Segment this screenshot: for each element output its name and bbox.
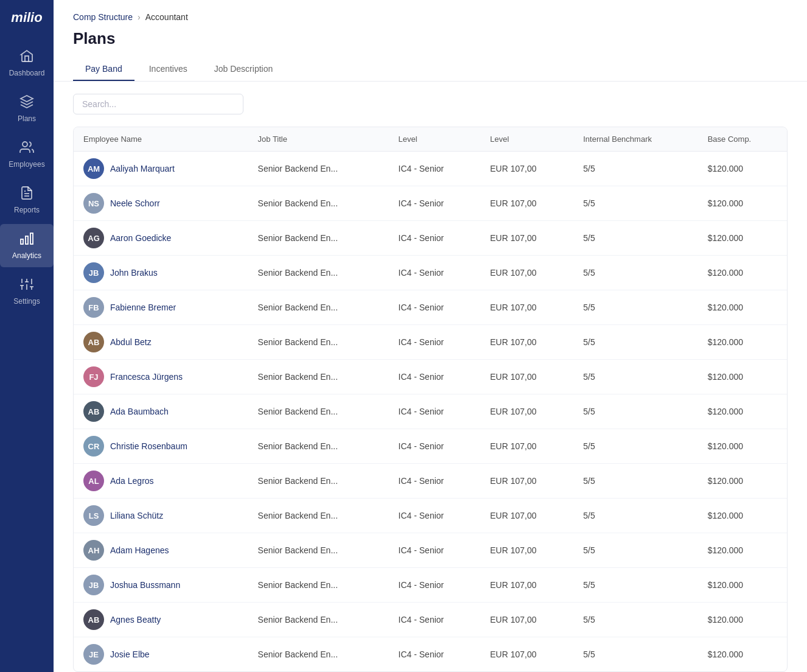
employee-name-cell: AG Aaron Goedicke: [74, 221, 248, 256]
employee-name-link[interactable]: Josie Elbe: [110, 649, 150, 659]
level2-cell: EUR 107,00: [480, 186, 573, 221]
base-comp-cell: $120.000: [698, 186, 787, 221]
employee-name-cell: FJ Francesca Jürgens: [74, 360, 248, 394]
employee-name-cell: CR Christie Rosenbaum: [74, 429, 248, 464]
benchmark-cell: 5/5: [573, 499, 697, 533]
employee-name-link[interactable]: Adam Hagenes: [110, 545, 169, 555]
base-comp-cell: $120.000: [698, 499, 787, 533]
employee-name-link[interactable]: Aaliyah Marquart: [110, 164, 175, 173]
employee-name-link[interactable]: Ada Legros: [110, 476, 154, 486]
table-row: AH Adam Hagenes Senior Backend En... IC4…: [74, 533, 787, 568]
svg-point-1: [23, 142, 27, 147]
level-cell: IC4 - Senior: [389, 603, 481, 637]
sidebar-item-employees[interactable]: Employees: [0, 133, 54, 176]
base-comp-cell: $120.000: [698, 464, 787, 499]
avatar: JB: [83, 575, 104, 595]
employee-name-link[interactable]: Christie Rosenbaum: [110, 441, 187, 451]
avatar: AG: [83, 228, 104, 248]
level2-cell: EUR 107,00: [480, 290, 573, 325]
benchmark-cell: 5/5: [573, 152, 697, 186]
employee-name-cell: AB Agnes Beatty: [74, 603, 248, 637]
employee-name-cell: FB Fabienne Bremer: [74, 290, 248, 325]
table-row: AL Ada Legros Senior Backend En... IC4 -…: [74, 464, 787, 499]
benchmark-cell: 5/5: [573, 325, 697, 360]
employee-name-cell: JB Joshua Bussmann: [74, 568, 248, 603]
table-row: JB Joshua Bussmann Senior Backend En... …: [74, 568, 787, 603]
app-logo: milio: [11, 10, 42, 26]
sidebar-label-analytics: Analytics: [12, 251, 41, 260]
employee-name-cell: AH Adam Hagenes: [74, 533, 248, 568]
content-area: Employee Name Job Title Level Level Inte…: [54, 82, 807, 672]
level-cell: IC4 - Senior: [389, 290, 481, 325]
svg-marker-0: [21, 96, 33, 102]
sidebar-item-settings[interactable]: Settings: [0, 270, 54, 313]
job-title-cell: Senior Backend En...: [248, 637, 389, 672]
avatar: NS: [83, 193, 104, 214]
table-row: CR Christie Rosenbaum Senior Backend En.…: [74, 429, 787, 464]
employee-name-link[interactable]: Neele Schorr: [110, 198, 160, 208]
base-comp-cell: $120.000: [698, 325, 787, 360]
employee-name-link[interactable]: Joshua Bussmann: [110, 580, 180, 590]
base-comp-cell: $120.000: [698, 429, 787, 464]
base-comp-cell: $120.000: [698, 290, 787, 325]
employee-table-container: Employee Name Job Title Level Level Inte…: [73, 127, 788, 672]
avatar: CR: [83, 436, 104, 457]
benchmark-cell: 5/5: [573, 429, 697, 464]
job-title-cell: Senior Backend En...: [248, 360, 389, 394]
svg-rect-6: [21, 239, 23, 244]
sidebar-item-plans[interactable]: Plans: [0, 87, 54, 130]
avatar: AB: [83, 401, 104, 422]
breadcrumb-parent[interactable]: Comp Structure: [73, 12, 133, 22]
layers-icon: [19, 94, 34, 112]
level-cell: IC4 - Senior: [389, 429, 481, 464]
level2-cell: EUR 107,00: [480, 429, 573, 464]
level2-cell: EUR 107,00: [480, 256, 573, 290]
employee-name-link[interactable]: Fabienne Bremer: [110, 303, 176, 312]
base-comp-cell: $120.000: [698, 603, 787, 637]
avatar: AB: [83, 609, 104, 630]
sidebar-item-reports[interactable]: Reports: [0, 178, 54, 222]
level2-cell: EUR 107,00: [480, 464, 573, 499]
bar-chart-icon: [19, 231, 34, 249]
sidebar-label-dashboard: Dashboard: [9, 69, 45, 77]
table-header: Employee Name Job Title Level Level Inte…: [74, 127, 787, 152]
table-row: AB Abdul Betz Senior Backend En... IC4 -…: [74, 325, 787, 360]
employee-name-link[interactable]: Ada Baumbach: [110, 407, 169, 416]
employee-name-link[interactable]: Aaron Goedicke: [110, 233, 171, 243]
job-title-cell: Senior Backend En...: [248, 152, 389, 186]
employee-name-cell: LS Liliana Schütz: [74, 499, 248, 533]
level2-cell: EUR 107,00: [480, 360, 573, 394]
sidebar-label-settings: Settings: [13, 297, 40, 306]
file-icon: [19, 186, 34, 203]
level2-cell: EUR 107,00: [480, 533, 573, 568]
employee-name-link[interactable]: Francesca Jürgens: [110, 372, 183, 382]
tabs-container: Pay Band Incentives Job Description: [73, 58, 788, 81]
tab-pay-band[interactable]: Pay Band: [73, 58, 134, 81]
employee-name-link[interactable]: Liliana Schütz: [110, 511, 163, 520]
employee-name-link[interactable]: Abdul Betz: [110, 337, 152, 347]
level2-cell: EUR 107,00: [480, 325, 573, 360]
col-header-base-comp: Base Comp.: [698, 127, 787, 152]
avatar: JB: [83, 262, 104, 283]
sidebar-label-reports: Reports: [14, 206, 40, 214]
tab-job-description[interactable]: Job Description: [202, 58, 285, 81]
employee-name-cell: AB Ada Baumbach: [74, 394, 248, 429]
search-input[interactable]: [73, 94, 243, 114]
table-row: AM Aaliyah Marquart Senior Backend En...…: [74, 152, 787, 186]
level-cell: IC4 - Senior: [389, 394, 481, 429]
level-cell: IC4 - Senior: [389, 256, 481, 290]
employee-name-link[interactable]: Agnes Beatty: [110, 615, 161, 625]
job-title-cell: Senior Backend En...: [248, 464, 389, 499]
level-cell: IC4 - Senior: [389, 499, 481, 533]
sidebar-item-dashboard[interactable]: Dashboard: [0, 41, 54, 85]
table-row: FB Fabienne Bremer Senior Backend En... …: [74, 290, 787, 325]
sidebar: milio Dashboard Plans Employees Reports …: [0, 0, 54, 672]
employee-name-link[interactable]: John Brakus: [110, 268, 158, 278]
level2-cell: EUR 107,00: [480, 603, 573, 637]
table-row: JE Josie Elbe Senior Backend En... IC4 -…: [74, 637, 787, 672]
level-cell: IC4 - Senior: [389, 152, 481, 186]
benchmark-cell: 5/5: [573, 464, 697, 499]
sidebar-item-analytics[interactable]: Analytics: [0, 224, 54, 267]
employee-name-cell: JB John Brakus: [74, 256, 248, 290]
tab-incentives[interactable]: Incentives: [137, 58, 200, 81]
